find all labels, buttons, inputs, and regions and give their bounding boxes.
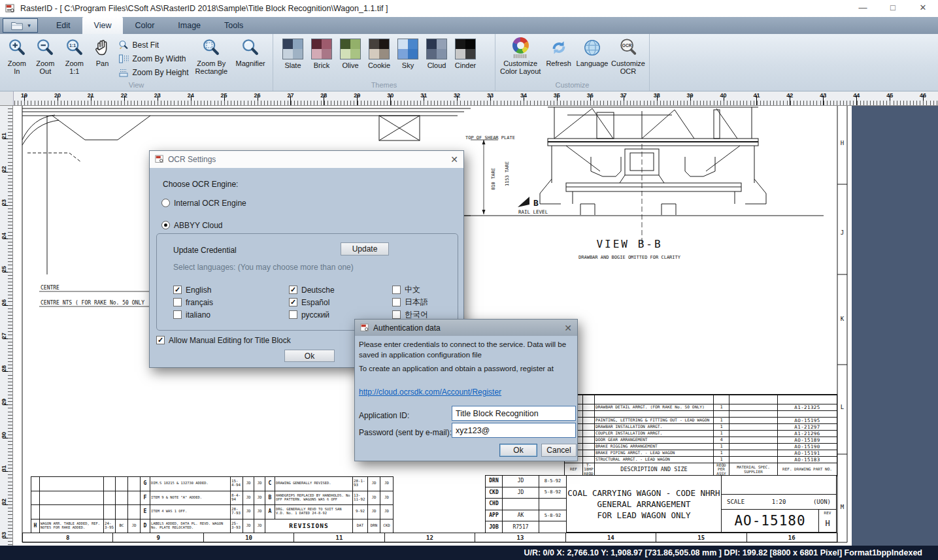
update-button[interactable]: Update [341, 242, 389, 255]
ocr-dialog-titlebar[interactable]: OCR Settings ✕ [150, 151, 463, 168]
customize-color-layout-button[interactable]: Customize Color Layout [498, 35, 543, 76]
zoom-by-height-button[interactable]: Zoom By Height [118, 66, 188, 78]
zoom-by-width-button[interactable]: Zoom By Width [118, 52, 188, 65]
table-cell [583, 437, 595, 444]
best-fit-button[interactable]: Best Fit [118, 39, 188, 51]
title-block-approvals: DRNJD8-5-92CKDJD5-8-92CHDAPPAK5-8-92JOBR… [485, 475, 567, 533]
theme-sky[interactable]: Sky [394, 35, 422, 69]
table-cell: ITEM 4 WAS 1 OFF. [150, 505, 231, 519]
password-label: Password (sent by e-mail): [359, 428, 452, 437]
language-checkbox-chinese[interactable]: 中文 [392, 284, 428, 296]
close-icon[interactable]: ✕ [564, 323, 572, 333]
ruler-number: 31 [420, 92, 427, 99]
chevron-down-icon: ▾ [27, 22, 31, 29]
register-link[interactable]: http://cloud.ocrsdk.com/Account/Register [359, 387, 501, 397]
table-cell [714, 411, 729, 418]
table-cell: H [31, 519, 40, 534]
tab-image[interactable]: Image [166, 17, 212, 34]
tab-tools[interactable]: Tools [212, 17, 255, 34]
theme-cloud[interactable]: Cloud [422, 35, 451, 69]
label: Customize Color Layout [499, 59, 541, 76]
table-cell: REQD PER ASSY [714, 463, 729, 476]
table-cell [503, 499, 539, 510]
table-cell: 8-4-94 [231, 491, 243, 506]
zoom-by-width-icon [118, 54, 129, 64]
table-cell: 1 [714, 424, 729, 431]
theme-cinder[interactable]: Cinder [451, 35, 480, 69]
checkbox-label: 日本語 [405, 297, 428, 308]
tab-color[interactable]: Color [123, 17, 166, 34]
ruler-number: 25 [221, 92, 227, 99]
status-text: U/R: 0/0 X: 2,766.10 Y: 1,908.97 [731.86… [524, 548, 922, 557]
radio-internal-ocr[interactable]: Internal OCR Engine [161, 197, 246, 209]
theme-swatch-icon [311, 39, 332, 59]
vertical-ruler: 2021222324252627282930313233 [0, 106, 13, 546]
table-cell: 5-8-92 [539, 510, 567, 522]
theme-cookie[interactable]: Cookie [365, 35, 394, 69]
tab-view[interactable]: View [82, 17, 124, 34]
table-cell [583, 395, 595, 404]
label: Pan [96, 59, 109, 67]
ruler-number: 42 [786, 92, 793, 99]
sheet-number: 10 [204, 533, 294, 542]
radio-abbyy-cloud[interactable]: ABBYY Cloud [161, 219, 223, 231]
ok-button[interactable]: Ok [284, 350, 335, 362]
sheet-number: 11 [294, 533, 384, 542]
minimize-button[interactable]: — [848, 0, 878, 17]
pan-button[interactable]: Pan [89, 35, 115, 68]
table-cell [583, 418, 595, 424]
ocr-icon: OCR [618, 38, 638, 58]
table-cell: 9-92 [353, 505, 368, 519]
refresh-button[interactable]: Refresh [543, 35, 575, 68]
customize-ocr-button[interactable]: OCR Customize OCR [610, 35, 646, 76]
view-title: VIEW B-B [596, 238, 662, 250]
table-cell [729, 418, 778, 424]
ok-button[interactable]: Ok [499, 444, 537, 457]
language-checkbox-russian[interactable]: русский [289, 308, 335, 321]
annotation-section-b: B [533, 198, 539, 208]
theme-label: Cookie [368, 61, 390, 69]
language-button[interactable]: Language [575, 35, 610, 68]
magnifier-button[interactable]: Magnifier [231, 35, 270, 68]
auth-dialog-titlebar[interactable]: Authentication data ✕ [355, 320, 577, 336]
tab-edit[interactable]: Edit [44, 17, 82, 34]
close-icon[interactable]: ✕ [450, 155, 458, 164]
password-field[interactable] [452, 423, 576, 438]
table-cell: AO-15190 [778, 444, 837, 450]
language-checkbox-francais[interactable]: français [173, 296, 213, 308]
language-checkbox-espanol[interactable]: Español [289, 296, 335, 308]
cancel-button[interactable]: Cancel [541, 444, 577, 457]
table-cell: JD [243, 519, 254, 534]
theme-swatch-icon [426, 39, 447, 59]
zoom-1-1-button[interactable]: 1:1 Zoom 1:1 [59, 35, 89, 76]
maximize-button[interactable]: □ [878, 0, 908, 17]
zoom-out-button[interactable]: Zoom Out [31, 35, 60, 76]
table-cell [31, 477, 40, 491]
theme-swatch-icon [455, 39, 476, 59]
theme-brick[interactable]: Brick [307, 35, 336, 69]
theme-slate[interactable]: Slate [278, 35, 307, 69]
table-cell [729, 457, 778, 463]
theme-swatch-icon [282, 39, 303, 59]
zoom-by-rectangle-button[interactable]: Zoom By Rectangle [192, 35, 231, 76]
radio-label: Internal OCR Engine [174, 199, 246, 208]
language-checkbox-english[interactable]: English [173, 284, 213, 296]
close-button[interactable]: ✕ [908, 0, 938, 17]
wagon-end-view [463, 107, 824, 244]
zoom-in-button[interactable]: Zoom In [3, 35, 31, 76]
theme-olive[interactable]: Olive [336, 35, 365, 69]
table-cell: JD [254, 477, 265, 491]
ruler-number: 36 [587, 92, 594, 99]
language-checkbox-italiano[interactable]: italiano [173, 308, 213, 321]
label: Customize OCR [611, 59, 645, 76]
title-block-title: COAL CARRYING WAGON - CODE NHRH GENERAL … [567, 475, 722, 533]
table-cell [40, 477, 104, 491]
ruler-number: 28 [1, 363, 7, 374]
allow-manual-editing-checkbox[interactable]: Allow Manual Editing for Title Block [156, 334, 291, 346]
language-checkbox-deutsche[interactable]: Deutsche [289, 284, 335, 296]
table-cell: 25-3-93 [231, 519, 243, 534]
language-checkbox-japanese[interactable]: 日本語 [392, 296, 428, 308]
sheet-number: 16 [747, 533, 837, 542]
app-menu-button[interactable]: ▾ [3, 18, 38, 33]
application-id-field[interactable] [452, 406, 576, 421]
